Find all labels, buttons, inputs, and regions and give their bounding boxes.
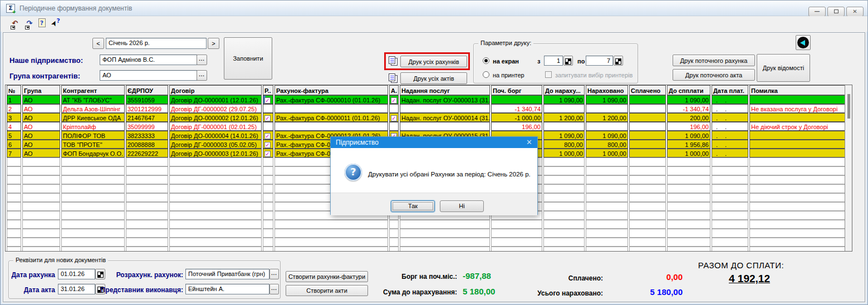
empty-cell[interactable] — [61, 184, 125, 193]
empty-cell[interactable] — [400, 229, 490, 238]
empty-cell[interactable] — [667, 247, 710, 252]
table-cell[interactable]: 3201212999 — [126, 104, 168, 113]
print-current-invoice-button[interactable]: Друк поточного рахунка — [673, 55, 755, 66]
table-cell[interactable]: 35591059 — [126, 95, 168, 104]
empty-cell[interactable] — [543, 220, 585, 229]
empty-cell[interactable] — [712, 193, 748, 202]
empty-cell[interactable] — [274, 238, 388, 247]
to-field[interactable]: 7 — [586, 56, 613, 66]
empty-cell[interactable] — [712, 229, 748, 238]
table-cell[interactable] — [586, 104, 628, 113]
print-all-acts-button[interactable]: Друк усіх актів — [400, 72, 467, 84]
table-cell[interactable]: 4 — [7, 122, 21, 131]
empty-cell[interactable] — [126, 229, 168, 238]
empty-cell[interactable] — [169, 238, 262, 247]
row-check-cell[interactable]: ✓ — [263, 113, 273, 122]
empty-cell[interactable] — [274, 220, 388, 229]
table-cell[interactable] — [400, 104, 490, 113]
empty-cell[interactable] — [61, 220, 125, 229]
group-browse-button[interactable]: ... — [197, 70, 207, 81]
column-header[interactable]: Помилка — [749, 85, 849, 95]
table-cell[interactable]: Договір ДО-0000004 (14.01.26) — [169, 131, 262, 140]
empty-cell[interactable] — [586, 184, 628, 193]
column-header[interactable]: Договір — [169, 85, 262, 95]
empty-cell[interactable] — [126, 175, 168, 184]
empty-cell[interactable] — [667, 229, 710, 238]
table-cell[interactable]: 2 — [7, 104, 21, 113]
table-cell[interactable]: ТОВ "ПРОТЕ" — [61, 140, 125, 149]
empty-cell[interactable] — [22, 175, 60, 184]
table-cell[interactable] — [543, 122, 585, 131]
table-cell[interactable]: ПОЛІФОР ТОВ — [61, 131, 125, 140]
table-cell[interactable]: 1 000,00 — [586, 149, 628, 158]
account-field[interactable]: Поточний Приватбанк (грн) — [185, 269, 269, 279]
context-help-icon[interactable]: ➤? — [48, 18, 60, 29]
close-button[interactable]: ✕ — [846, 7, 864, 17]
to-picker-button[interactable] — [614, 56, 623, 66]
empty-cell[interactable] — [712, 220, 748, 229]
table-cell[interactable]: АО — [22, 95, 60, 104]
table-cell[interactable] — [274, 104, 388, 113]
table-cell[interactable] — [629, 104, 666, 113]
empty-cell[interactable] — [126, 193, 168, 202]
row-check-cell[interactable]: ✓ — [263, 149, 273, 158]
empty-cell[interactable] — [22, 229, 60, 238]
table-cell[interactable] — [749, 113, 849, 122]
table-cell[interactable]: . . — [712, 131, 748, 140]
period-prev-button[interactable]: < — [92, 38, 104, 49]
empty-cell[interactable] — [749, 247, 849, 252]
table-cell[interactable]: Договір ДО-0000001 (12.01.26) — [169, 95, 262, 104]
empty-cell[interactable] — [586, 193, 628, 202]
column-header[interactable]: Контрагент — [61, 85, 125, 95]
recalc-back-icon[interactable]: ↶ — [9, 18, 21, 29]
table-cell[interactable]: 1 090,00 — [586, 95, 628, 104]
empty-cell[interactable] — [263, 211, 273, 220]
empty-cell[interactable] — [629, 247, 666, 252]
table-cell[interactable]: Договір ДГ-0000002 (29.07.25) — [169, 104, 262, 113]
empty-row[interactable] — [7, 247, 849, 252]
empty-cell[interactable] — [400, 238, 490, 247]
table-cell[interactable] — [749, 95, 849, 104]
empty-cell[interactable] — [169, 166, 262, 175]
empty-cell[interactable] — [586, 238, 628, 247]
table-cell[interactable]: 6 — [7, 140, 21, 149]
table-cell[interactable] — [491, 95, 542, 104]
empty-cell[interactable] — [61, 175, 125, 184]
empty-row[interactable] — [7, 238, 849, 247]
table-cell[interactable] — [543, 104, 585, 113]
recalc-forward-icon[interactable]: ↷ — [24, 18, 35, 29]
table-row[interactable]: 2АОДельта Азов-Шіппінг3201212999Договір … — [7, 104, 849, 113]
enterprise-browse-button[interactable]: ... — [197, 55, 207, 65]
empty-cell[interactable] — [7, 202, 21, 211]
column-header[interactable]: Рахунок-фактура — [274, 85, 388, 95]
empty-cell[interactable] — [749, 238, 849, 247]
empty-cell[interactable] — [169, 247, 262, 252]
empty-cell[interactable] — [263, 193, 273, 202]
table-cell[interactable]: Кріптолайф — [61, 122, 125, 131]
empty-cell[interactable] — [61, 229, 125, 238]
empty-cell[interactable] — [22, 220, 60, 229]
empty-cell[interactable] — [22, 211, 60, 220]
table-cell[interactable]: . . — [712, 95, 748, 104]
print-sheet-button[interactable]: Друк відомості — [757, 54, 810, 82]
no-button[interactable]: Ні — [440, 200, 484, 212]
empty-cell[interactable] — [629, 193, 666, 202]
table-cell[interactable]: 196,00 — [667, 122, 710, 131]
table-cell[interactable]: Не вказана послуга у Договорі — [749, 104, 849, 113]
empty-cell[interactable] — [629, 175, 666, 184]
empty-cell[interactable] — [61, 238, 125, 247]
table-cell[interactable]: 1 000,00 — [667, 149, 710, 158]
empty-row[interactable] — [7, 229, 849, 238]
column-header[interactable]: Нараховано — [586, 85, 628, 95]
representative-field[interactable]: Ейнштейн А. — [185, 284, 269, 294]
table-cell[interactable]: Договір ДГ-0000003 (05.02.05) — [169, 140, 262, 149]
table-cell[interactable]: 1 — [7, 95, 21, 104]
table-cell[interactable] — [274, 122, 388, 131]
row-checkbox[interactable]: ✓ — [264, 133, 271, 139]
empty-cell[interactable] — [749, 193, 849, 202]
act-date-field[interactable]: 31.01.26 — [58, 284, 95, 294]
ask-printer-checkbox[interactable] — [545, 71, 552, 78]
empty-cell[interactable] — [22, 238, 60, 247]
row-check-cell[interactable]: ✓ — [389, 113, 399, 122]
empty-cell[interactable] — [712, 175, 748, 184]
